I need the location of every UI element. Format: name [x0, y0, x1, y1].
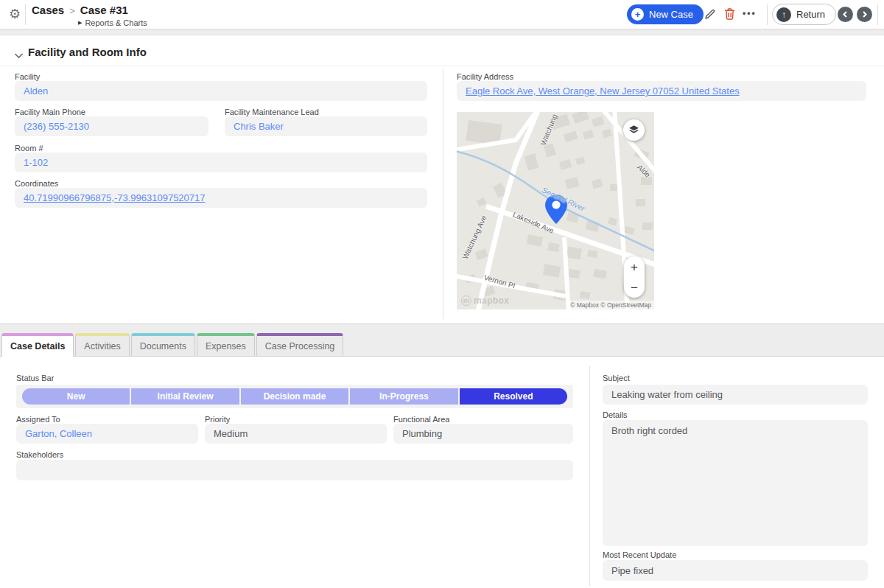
- facility-value-link[interactable]: Alden: [24, 85, 48, 97]
- new-case-button[interactable]: + New Case: [627, 4, 704, 24]
- facility-field[interactable]: Alden: [15, 81, 427, 101]
- tab-documents[interactable]: Documents: [131, 333, 195, 356]
- map-zoom-control: + −: [624, 256, 645, 298]
- most-recent-update-label: Most Recent Update: [603, 550, 676, 559]
- mapbox-logo: m mapbox: [461, 295, 509, 306]
- status-stage-decision-made[interactable]: Decision made: [241, 388, 348, 405]
- functional-area-field[interactable]: Plumbing: [393, 424, 573, 444]
- map-attribution: © Mapbox © OpenStreetMap: [567, 301, 654, 309]
- case-page: ⚙ Cases>Case #31 ▶ Reports & Charts + Ne…: [0, 0, 884, 588]
- most-recent-update-field[interactable]: Pipe fixed: [603, 560, 868, 581]
- facility-room-info-section: Facility and Room Info Facility Alden Fa…: [0, 35, 884, 324]
- chevron-down-icon[interactable]: [14, 49, 24, 62]
- details-label: Details: [603, 410, 628, 419]
- zoom-out-button[interactable]: −: [624, 277, 645, 298]
- breadcrumb: Cases>Case #31: [32, 4, 128, 16]
- column-divider: [589, 365, 590, 587]
- divider: [25, 4, 26, 25]
- facility-maintenance-lead-label: Facility Maintenance Lead: [225, 108, 319, 116]
- breadcrumb-current: Case #31: [80, 4, 128, 16]
- stakeholders-label: Stakeholders: [16, 450, 63, 459]
- details-field[interactable]: Broth right corded: [603, 420, 868, 546]
- subject-label: Subject: [603, 374, 630, 382]
- coordinates-value-link[interactable]: 40.71990966796875,-73.99631097520717: [24, 192, 206, 203]
- layers-icon: [628, 125, 639, 136]
- priority-label: Priority: [205, 415, 230, 424]
- room-value-link[interactable]: 1-102: [24, 157, 48, 168]
- previous-record-button[interactable]: [838, 7, 853, 22]
- status-stage-initial-review[interactable]: Initial Review: [131, 388, 239, 405]
- facility-main-phone-label: Facility Main Phone: [15, 108, 85, 116]
- breadcrumb-separator: >: [64, 5, 80, 16]
- next-record-button[interactable]: [857, 7, 872, 22]
- status-bar: New Initial Review Decision made In-Prog…: [16, 385, 573, 408]
- top-toolbar: ⚙ Cases>Case #31 ▶ Reports & Charts + Ne…: [0, 0, 884, 29]
- facility-address-label: Facility Address: [457, 72, 513, 81]
- stakeholders-field[interactable]: [16, 460, 573, 480]
- facility-map[interactable]: Watchung Watchung Ave Lakeside Ave Verno…: [457, 112, 654, 309]
- delete-trash-icon[interactable]: [722, 7, 737, 21]
- arrow-up-icon: ↑: [776, 7, 791, 22]
- tab-activities[interactable]: Activities: [75, 333, 129, 356]
- breadcrumb-cases[interactable]: Cases: [32, 4, 64, 16]
- section-title[interactable]: Facility and Room Info: [28, 46, 147, 58]
- functional-area-label: Functional Area: [393, 415, 449, 424]
- facility-maintenance-lead-field[interactable]: Chris Baker: [225, 116, 427, 136]
- settings-gear-icon[interactable]: ⚙: [9, 7, 21, 21]
- zoom-in-button[interactable]: +: [624, 256, 645, 277]
- coordinates-field[interactable]: 40.71990966796875,-73.99631097520717: [15, 188, 427, 208]
- tab-case-details[interactable]: Case Details: [1, 333, 74, 357]
- coordinates-label: Coordinates: [15, 179, 58, 188]
- tab-bar: Case Details Activities Documents Expens…: [1, 333, 343, 357]
- assigned-to-field[interactable]: Garton, Colleen: [16, 424, 198, 444]
- case-details-panel: Status Bar New Initial Review Decision m…: [0, 356, 884, 588]
- divider: [877, 4, 878, 25]
- reports-and-charts-link[interactable]: ▶ Reports & Charts: [78, 18, 147, 27]
- status-bar-label: Status Bar: [16, 374, 54, 382]
- priority-field[interactable]: Medium: [205, 424, 387, 444]
- status-stage-resolved[interactable]: Resolved: [460, 388, 567, 405]
- column-divider: [443, 69, 443, 319]
- phone-value-link[interactable]: (236) 555-2130: [24, 121, 89, 132]
- triangle-right-icon: ▶: [78, 20, 82, 26]
- plus-icon: +: [631, 8, 644, 21]
- facility-label: Facility: [15, 72, 40, 81]
- room-number-field[interactable]: 1-102: [15, 153, 427, 172]
- address-value-link[interactable]: Eagle Rock Ave, West Orange, New Jersey …: [466, 85, 740, 97]
- room-number-label: Room #: [15, 144, 43, 153]
- tab-case-processing[interactable]: Case Processing: [256, 333, 344, 356]
- facility-address-field[interactable]: Eagle Rock Ave, West Orange, New Jersey …: [457, 81, 866, 101]
- map-layers-button[interactable]: [623, 119, 645, 141]
- subject-field[interactable]: Leaking water from ceiling: [603, 385, 868, 405]
- edit-pencil-icon[interactable]: [702, 7, 717, 21]
- more-options-button[interactable]: •••: [743, 8, 757, 18]
- lead-value-link[interactable]: Chris Baker: [234, 121, 284, 132]
- status-stage-in-progress[interactable]: In-Progress: [350, 388, 457, 405]
- divider: [0, 66, 884, 66]
- assigned-to-value-link[interactable]: Garton, Colleen: [25, 428, 92, 439]
- status-stage-new[interactable]: New: [22, 388, 130, 405]
- return-button[interactable]: ↑ Return: [772, 4, 836, 25]
- divider: [767, 4, 768, 25]
- tab-expenses[interactable]: Expenses: [197, 333, 255, 356]
- assigned-to-label: Assigned To: [16, 415, 60, 424]
- mapbox-logo-icon: m: [461, 295, 471, 306]
- facility-main-phone-field[interactable]: (236) 555-2130: [15, 116, 208, 136]
